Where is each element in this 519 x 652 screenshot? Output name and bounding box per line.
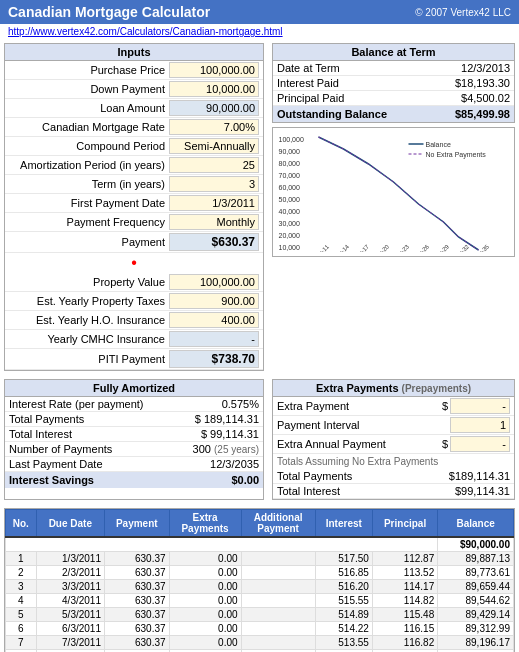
cell-extra: 0.00 xyxy=(169,552,241,566)
fa-label: Number of Payments xyxy=(9,443,112,455)
totals-note: Totals Assuming No Extra Payments xyxy=(273,454,514,469)
cell-interest: 514.89 xyxy=(315,608,372,622)
cell-extra: 0.00 xyxy=(169,580,241,594)
fully-title: Fully Amortized xyxy=(5,380,263,397)
fa-row: Last Payment Date 12/3/2035 xyxy=(5,457,263,472)
cell-date: 3/3/2011 xyxy=(36,580,104,594)
input-value[interactable]: Monthly xyxy=(169,214,259,230)
balance-row-value: $4,500.02 xyxy=(461,92,510,104)
property-label: Yearly CMHC Insurance xyxy=(9,333,169,345)
input-row: Down Payment 10,000.00 xyxy=(5,80,263,99)
cell-additional xyxy=(241,608,315,622)
col-principal: Principal xyxy=(372,510,437,538)
property-value[interactable]: 400.00 xyxy=(169,312,259,328)
balance-row-value: 12/3/2013 xyxy=(461,62,510,74)
ep-value[interactable]: - xyxy=(450,398,510,414)
table-row: 3 3/3/2011 630.37 0.00 516.20 114.17 89,… xyxy=(6,580,514,594)
property-value[interactable]: 900.00 xyxy=(169,293,259,309)
input-value[interactable]: 25 xyxy=(169,157,259,173)
cell-balance: 89,773.61 xyxy=(438,566,514,580)
property-label: Est. Yearly Property Taxes xyxy=(9,295,169,307)
property-row: Est. Yearly Property Taxes 900.00 xyxy=(5,292,263,311)
input-value[interactable]: Semi-Annually xyxy=(169,138,259,154)
cell-extra: 0.00 xyxy=(169,622,241,636)
ep-prefix: $ xyxy=(442,438,448,450)
header-link[interactable]: http://www.vertex42.com/Calculators/Cana… xyxy=(8,26,283,37)
extra-totals-row: Total Payments $189,114.31 xyxy=(273,469,514,484)
input-label: Canadian Mortgage Rate xyxy=(9,121,169,133)
property-value[interactable]: 100,000.00 xyxy=(169,274,259,290)
input-value[interactable]: 7.00% xyxy=(169,119,259,135)
input-value[interactable]: 10,000.00 xyxy=(169,81,259,97)
input-value[interactable]: 1/3/2011 xyxy=(169,195,259,211)
savings-row: Interest Savings $0.00 xyxy=(5,472,263,488)
totals-value: $189,114.31 xyxy=(449,470,510,482)
balance-row-label: Interest Paid xyxy=(277,77,339,89)
cell-balance: 89,429.14 xyxy=(438,608,514,622)
col-payment: Payment xyxy=(104,510,169,538)
input-row: Loan Amount 90,000.00 xyxy=(5,99,263,118)
cell-principal: 114.17 xyxy=(372,580,437,594)
svg-text:70,000: 70,000 xyxy=(279,172,301,179)
cell-payment: 630.37 xyxy=(104,608,169,622)
balance-panel: Balance at Term Date at Term 12/3/2013 I… xyxy=(272,43,515,123)
ep-prefix: $ xyxy=(442,400,448,412)
col-date: Due Date xyxy=(36,510,104,538)
ep-value[interactable]: 1 xyxy=(450,417,510,433)
totals-value: $99,114.31 xyxy=(455,485,510,497)
extra-totals-row: Total Interest $99,114.31 xyxy=(273,484,514,499)
property-label: PITI Payment xyxy=(9,353,169,365)
col-interest: Interest xyxy=(315,510,372,538)
amortization-table: No. Due Date Payment ExtraPayments Addit… xyxy=(5,509,514,652)
balance-row: Date at Term 12/3/2013 xyxy=(273,61,514,76)
ep-value[interactable]: - xyxy=(450,436,510,452)
input-row: Amortization Period (in years) 25 xyxy=(5,156,263,175)
mortgage-chart: 100,000 90,000 80,000 70,000 60,000 50,0… xyxy=(277,132,510,252)
table-row: 1 1/3/2011 630.37 0.00 517.50 112.87 89,… xyxy=(6,552,514,566)
cell-payment: 630.37 xyxy=(104,566,169,580)
cell-payment: 630.37 xyxy=(104,622,169,636)
svg-text:30,000: 30,000 xyxy=(279,220,301,227)
property-row: Est. Yearly H.O. Insurance 400.00 xyxy=(5,311,263,330)
cell-balance: 89,196.17 xyxy=(438,636,514,650)
fa-value: 0.575% xyxy=(179,398,259,410)
input-value[interactable]: 3 xyxy=(169,176,259,192)
cell-date: 4/3/2011 xyxy=(36,594,104,608)
input-row: Canadian Mortgage Rate 7.00% xyxy=(5,118,263,137)
cell-date: 5/3/2011 xyxy=(36,608,104,622)
cell-additional xyxy=(241,552,315,566)
cell-balance: 89,312.99 xyxy=(438,622,514,636)
cell-date: 1/3/2011 xyxy=(36,552,104,566)
cell-extra: 0.00 xyxy=(169,566,241,580)
cell-payment: 630.37 xyxy=(104,594,169,608)
input-value: 90,000.00 xyxy=(169,100,259,116)
fa-row: Number of Payments 300 (25 years) xyxy=(5,442,263,457)
cell-balance: 89,887.13 xyxy=(438,552,514,566)
svg-text:Jan-32: Jan-32 xyxy=(453,243,471,252)
input-value[interactable]: 100,000.00 xyxy=(169,62,259,78)
savings-label: Interest Savings xyxy=(9,474,94,486)
cell-payment: 630.37 xyxy=(104,636,169,650)
copyright: © 2007 Vertex42 LLC xyxy=(415,7,511,18)
table-row: 2 2/3/2011 630.37 0.00 516.85 113.52 89,… xyxy=(6,566,514,580)
table-header-row: No. Due Date Payment ExtraPayments Addit… xyxy=(6,510,514,538)
outstanding-label: Outstanding Balance xyxy=(277,108,387,120)
input-row: Term (in years) 3 xyxy=(5,175,263,194)
svg-text:Jan-26: Jan-26 xyxy=(413,243,431,252)
fa-value: 12/3/2035 xyxy=(179,458,259,470)
svg-text:Jan-29: Jan-29 xyxy=(433,243,451,252)
fa-row: Total Interest $ 99,114.31 xyxy=(5,427,263,442)
input-row: Payment Frequency Monthly xyxy=(5,213,263,232)
extra-payment-row: Payment Interval 1 xyxy=(273,416,514,435)
svg-text:Jan-17: Jan-17 xyxy=(353,243,371,252)
svg-text:50,000: 50,000 xyxy=(279,196,301,203)
outstanding-value: $85,499.98 xyxy=(455,108,510,120)
cell-additional xyxy=(241,580,315,594)
property-row: PITI Payment $738.70 xyxy=(5,349,263,370)
cell-no: 5 xyxy=(6,608,37,622)
cell-extra: 0.00 xyxy=(169,594,241,608)
col-balance: Balance xyxy=(438,510,514,538)
outstanding-row: Outstanding Balance $85,499.98 xyxy=(273,106,514,122)
input-label: First Payment Date xyxy=(9,197,169,209)
cell-principal: 112.87 xyxy=(372,552,437,566)
